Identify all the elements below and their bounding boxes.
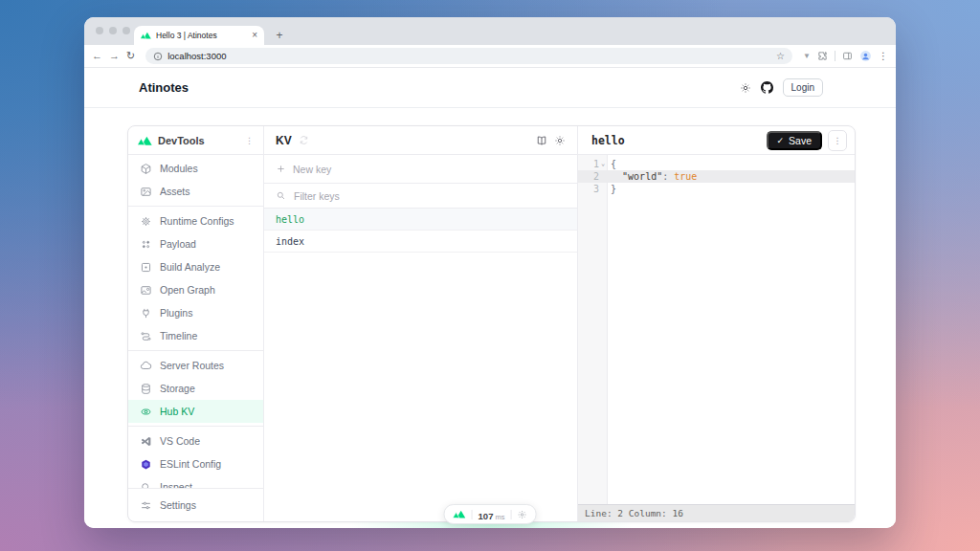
sidebar-item-inspect[interactable]: Inspect <box>128 475 263 488</box>
extensions-puzzle-icon[interactable] <box>817 51 828 61</box>
response-time-value: 107 <box>479 511 494 521</box>
sidebar-item-hub-kv[interactable]: Hub KV <box>128 400 263 423</box>
window-minimize-button[interactable] <box>109 27 117 34</box>
sidebar-item-timeline[interactable]: Timeline <box>128 324 263 347</box>
site-header: Atinotes Login <box>84 68 896 108</box>
kv-key-row-hello[interactable]: hello <box>264 209 577 231</box>
nuxt-favicon-icon <box>141 32 151 39</box>
sidebar-item-plugins[interactable]: Plugins <box>128 301 263 324</box>
sidebar-item-label: VS Code <box>160 435 200 447</box>
refresh-icon[interactable] <box>299 135 309 145</box>
build-analyze-icon <box>140 261 152 274</box>
sidebar-item-server-routes[interactable]: Server Routes <box>128 354 263 377</box>
open-graph-icon <box>140 284 152 297</box>
payload-icon <box>140 238 152 251</box>
plugins-icon <box>140 307 152 320</box>
window-maximize-button[interactable] <box>122 27 130 34</box>
sidebar-item-label: Timeline <box>160 330 197 342</box>
extension-triangle-icon[interactable]: ▼ <box>803 52 811 60</box>
editor-panel: hello ✓ Save ⋮ 1⌄{2 "world": true3} Line… <box>578 126 855 521</box>
inspect-icon <box>140 481 152 489</box>
filter-keys-row <box>264 184 577 209</box>
code-line[interactable]: 3} <box>578 183 855 195</box>
theme-sun-icon[interactable] <box>554 135 566 146</box>
save-button[interactable]: ✓ Save <box>767 131 822 150</box>
sidebar-item-label: Settings <box>160 499 196 511</box>
code-line[interactable]: 2 "world": true <box>578 170 855 183</box>
profile-avatar[interactable] <box>859 50 872 62</box>
browser-tab[interactable]: Hello 3 | Atinotes × <box>134 26 264 45</box>
devtools-toggle-pill[interactable]: 107ms <box>444 504 537 524</box>
devtools-sidebar-header: DevTools ⋮ <box>128 126 263 155</box>
sidebar-item-payload[interactable]: Payload <box>128 232 263 255</box>
github-icon[interactable] <box>761 81 773 94</box>
assets-icon <box>140 186 152 198</box>
gear-icon[interactable] <box>517 510 526 519</box>
sidebar-item-label: Plugins <box>160 307 192 319</box>
kv-key-row-index[interactable]: index <box>264 231 577 253</box>
devtools-sidebar: DevTools ⋮ ModulesAssetsRuntime ConfigsP… <box>128 126 264 521</box>
window-controls[interactable] <box>96 27 130 34</box>
devtools-menu-icon[interactable]: ⋮ <box>245 136 254 145</box>
site-info-icon[interactable] <box>153 52 163 61</box>
login-button[interactable]: Login <box>783 78 823 97</box>
back-button[interactable]: ← <box>92 51 102 61</box>
code-text: { <box>607 158 616 170</box>
reload-button[interactable]: ↻ <box>126 51 135 61</box>
filter-keys-input[interactable] <box>292 189 566 203</box>
line-number: 2 <box>578 170 607 183</box>
theme-toggle-sun-icon[interactable] <box>740 82 751 94</box>
fold-chevron-icon[interactable]: ⌄ <box>599 158 607 170</box>
toolbar-divider <box>835 51 835 61</box>
url-text[interactable]: localhost:3000 <box>167 51 226 61</box>
bookmark-star-icon[interactable]: ☆ <box>776 51 785 61</box>
plus-icon <box>276 164 286 174</box>
kv-panel-header: KV <box>264 126 577 155</box>
line-number: 3 <box>578 183 607 195</box>
code-text: "world": true <box>607 170 697 183</box>
new-key-label: New key <box>293 164 331 175</box>
forward-button[interactable]: → <box>109 51 120 61</box>
sidebar-item-label: Assets <box>160 186 190 197</box>
side-panel-icon[interactable] <box>842 51 853 61</box>
new-tab-button[interactable]: + <box>272 29 287 42</box>
code-line[interactable]: 1⌄{ <box>578 158 855 170</box>
code-editor[interactable]: 1⌄{2 "world": true3} <box>578 155 855 504</box>
editor-menu-button[interactable]: ⋮ <box>828 130 847 151</box>
desktop-background: Hello 3 | Atinotes × + ← → ↻ localhost:3… <box>0 0 980 551</box>
sidebar-item-label: Inspect <box>160 481 192 488</box>
timeline-icon <box>140 330 152 342</box>
sidebar-divider <box>128 206 263 207</box>
nuxt-logo-icon <box>454 510 466 518</box>
browser-toolbar: ← → ↻ localhost:3000 ☆ ▼ ⋮ <box>84 45 896 68</box>
editor-status-bar: Line: 2 Column: 16 <box>578 504 855 521</box>
devtools-panel: DevTools ⋮ ModulesAssetsRuntime ConfigsP… <box>127 125 856 522</box>
sidebar-item-runtime-configs[interactable]: Runtime Configs <box>128 209 263 232</box>
server-routes-icon <box>140 360 152 372</box>
sidebar-item-modules[interactable]: Modules <box>128 157 263 180</box>
hub-kv-icon <box>140 406 152 418</box>
sidebar-item-storage[interactable]: Storage <box>128 377 263 400</box>
sidebar-item-open-graph[interactable]: Open Graph <box>128 278 263 301</box>
editor-header: hello ✓ Save ⋮ <box>578 126 855 155</box>
sidebar-item-settings[interactable]: Settings <box>128 494 263 517</box>
sidebar-item-label: Open Graph <box>160 284 215 296</box>
sidebar-item-eslint-config[interactable]: ESLint Config <box>128 452 263 475</box>
vscode-icon <box>140 435 152 448</box>
sidebar-item-assets[interactable]: Assets <box>128 180 263 203</box>
docs-book-icon[interactable] <box>536 135 547 146</box>
page-title: Atinotes <box>139 80 189 95</box>
sidebar-item-build-analyze[interactable]: Build Analyze <box>128 255 263 278</box>
devtools-title: DevTools <box>158 135 239 146</box>
sidebar-item-vs-code[interactable]: VS Code <box>128 430 263 452</box>
browser-menu-icon[interactable]: ⋮ <box>879 51 888 61</box>
new-key-button[interactable]: New key <box>264 155 577 184</box>
window-close-button[interactable] <box>96 27 103 34</box>
devtools-sidebar-footer: Settings <box>128 488 263 521</box>
tab-close-icon[interactable]: × <box>252 31 257 40</box>
sidebar-item-label: Build Analyze <box>160 261 220 273</box>
sidebar-divider <box>128 426 263 427</box>
sidebar-item-label: Modules <box>160 163 198 174</box>
address-bar[interactable]: localhost:3000 ☆ <box>145 48 792 64</box>
tab-title: Hello 3 | Atinotes <box>156 31 247 40</box>
